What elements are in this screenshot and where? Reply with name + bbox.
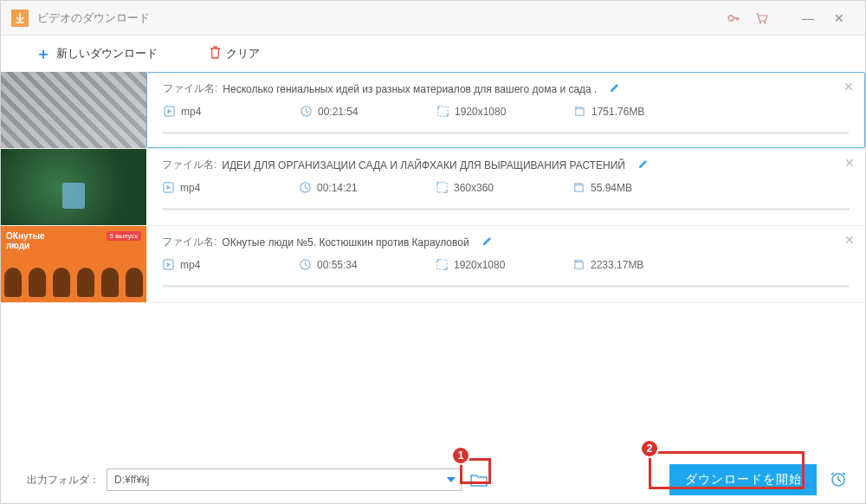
duration-value: 00:21:54 bbox=[318, 106, 359, 118]
resolution-value: 1920x1080 bbox=[454, 259, 505, 271]
download-item[interactable]: ОКнутыелюди 5 выпуск ✕ ファイル名: ОКнутые лю… bbox=[1, 226, 865, 303]
output-folder-label: 出力フォルダ： bbox=[27, 473, 100, 488]
video-thumbnail: ОКнутыелюди 5 выпуск bbox=[1, 226, 146, 302]
download-item[interactable]: ✕ ファイル名: Несколько гениальных идей из ра… bbox=[1, 72, 865, 149]
progress-bar bbox=[162, 208, 850, 210]
resolution-icon bbox=[436, 105, 449, 118]
cart-icon[interactable] bbox=[747, 4, 775, 32]
browse-folder-button[interactable] bbox=[470, 473, 488, 487]
toolbar: ＋ 新しいダウンロード クリア bbox=[1, 36, 865, 72]
clock-icon bbox=[299, 181, 312, 194]
format-icon bbox=[162, 181, 175, 194]
format-icon bbox=[163, 105, 176, 118]
start-download-label: ダウンロードを開始 bbox=[685, 472, 802, 488]
clear-button[interactable]: クリア bbox=[210, 46, 260, 61]
size-icon bbox=[573, 105, 586, 118]
titlebar: ビデオのダウンロード — ✕ bbox=[1, 1, 865, 36]
key-icon[interactable] bbox=[720, 4, 747, 32]
download-list: ✕ ファイル名: Несколько гениальных идей из ра… bbox=[1, 72, 865, 303]
filename-label: ファイル名: bbox=[163, 81, 217, 96]
format-value: mp4 bbox=[181, 106, 201, 118]
plus-icon: ＋ bbox=[36, 43, 51, 64]
schedule-button[interactable] bbox=[829, 469, 848, 491]
output-folder-input[interactable] bbox=[107, 468, 462, 491]
filename-label: ファイル名: bbox=[162, 235, 216, 249]
format-icon bbox=[162, 258, 175, 271]
video-thumbnail bbox=[1, 149, 146, 225]
filename-value: ИДЕИ ДЛЯ ОРГАНИЗАЦИИ САДА И ЛАЙФХАКИ ДЛЯ… bbox=[222, 159, 625, 171]
svg-point-0 bbox=[728, 16, 734, 21]
download-item[interactable]: ✕ ファイル名: ИДЕИ ДЛЯ ОРГАНИЗАЦИИ САДА И ЛАЙ… bbox=[1, 149, 865, 226]
trash-icon bbox=[210, 46, 221, 61]
footer-bar: 出力フォルダ： ダウンロードを開始 bbox=[1, 456, 865, 503]
annotation-badge-1: 1 bbox=[451, 446, 470, 465]
close-button[interactable]: ✕ bbox=[824, 3, 855, 34]
clear-label: クリア bbox=[226, 46, 260, 61]
filename-value: ОКнутые люди №5. Костюшкин против Караул… bbox=[222, 236, 469, 249]
minimize-button[interactable]: — bbox=[792, 3, 824, 34]
start-download-button[interactable]: ダウンロードを開始 bbox=[669, 464, 817, 495]
new-download-label: 新しいダウンロード bbox=[56, 46, 158, 61]
output-folder-dropdown[interactable] bbox=[443, 471, 460, 488]
edit-icon[interactable] bbox=[609, 82, 620, 96]
svg-rect-11 bbox=[437, 260, 447, 269]
resolution-icon bbox=[436, 258, 449, 271]
edit-icon[interactable] bbox=[637, 158, 649, 172]
svg-point-2 bbox=[764, 21, 766, 23]
remove-item-button[interactable]: ✕ bbox=[844, 233, 855, 247]
size-value: 1751.76MB bbox=[591, 106, 644, 118]
size-icon bbox=[572, 258, 585, 271]
filename-value: Несколько гениальных идей из разных мате… bbox=[223, 83, 597, 95]
resolution-icon bbox=[436, 181, 449, 194]
duration-value: 00:55:34 bbox=[317, 259, 358, 271]
app-logo bbox=[11, 10, 29, 27]
new-download-button[interactable]: ＋ 新しいダウンロード bbox=[36, 43, 158, 64]
window-title: ビデオのダウンロード bbox=[37, 10, 720, 26]
progress-bar bbox=[162, 285, 850, 288]
size-value: 2233.17MB bbox=[591, 259, 643, 271]
format-value: mp4 bbox=[180, 182, 200, 194]
svg-point-1 bbox=[759, 21, 761, 23]
resolution-value: 1920x1080 bbox=[455, 106, 506, 118]
resolution-value: 360x360 bbox=[454, 182, 494, 194]
clock-icon bbox=[300, 105, 313, 118]
format-value: mp4 bbox=[180, 259, 200, 271]
edit-icon[interactable] bbox=[481, 236, 493, 249]
remove-item-button[interactable]: ✕ bbox=[843, 80, 854, 94]
progress-bar bbox=[163, 132, 849, 134]
video-thumbnail bbox=[1, 72, 146, 148]
filename-label: ファイル名: bbox=[162, 158, 216, 172]
remove-item-button[interactable]: ✕ bbox=[844, 156, 855, 170]
clock-icon bbox=[299, 258, 312, 271]
svg-rect-8 bbox=[437, 183, 447, 192]
size-icon bbox=[572, 181, 585, 194]
size-value: 55.94MB bbox=[591, 182, 632, 194]
annotation-badge-2: 2 bbox=[640, 439, 659, 458]
duration-value: 00:14:21 bbox=[317, 182, 358, 194]
svg-rect-5 bbox=[438, 107, 448, 116]
